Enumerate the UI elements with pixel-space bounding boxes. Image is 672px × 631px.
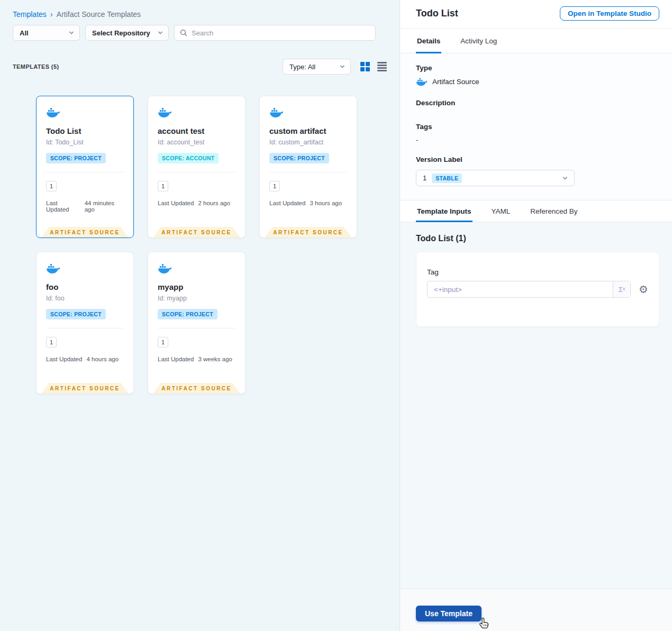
card-divider xyxy=(158,328,235,328)
template-card-title: account test xyxy=(158,126,235,135)
list-view-icon[interactable] xyxy=(377,62,387,71)
template-card-todo-list[interactable]: Todo List Id: Todo_List SCOPE: PROJECT 1… xyxy=(36,96,134,238)
scope-filter-dropdown[interactable]: All xyxy=(13,25,80,41)
artifact-source-ribbon: ARTIFACT SOURCE xyxy=(265,227,352,237)
template-card-id: Id: Todo_List xyxy=(46,139,124,146)
artifact-source-ribbon: ARTIFACT SOURCE xyxy=(41,227,129,237)
template-card-id: Id: account_test xyxy=(158,139,235,146)
expression-toggle-icon[interactable]: Σˣ xyxy=(613,281,630,297)
breadcrumb-separator-icon: › xyxy=(50,10,53,19)
tag-label: Tag xyxy=(427,268,648,276)
tab-details[interactable]: Details xyxy=(416,29,441,53)
breadcrumb-templates-link[interactable]: Templates xyxy=(13,10,47,19)
chevron-down-icon xyxy=(158,30,163,35)
version-count-box: 1 xyxy=(158,181,168,191)
docker-icon xyxy=(158,263,172,274)
chevron-down-icon xyxy=(562,176,568,181)
filter-bar: All Select Repository xyxy=(0,19,399,41)
template-card-title: myapp xyxy=(158,282,235,291)
version-label: Version Label xyxy=(416,156,656,163)
chevron-down-icon xyxy=(340,64,345,69)
repository-filter-dropdown[interactable]: Select Repository xyxy=(85,25,169,41)
chevron-down-icon xyxy=(69,30,74,35)
tab-yaml[interactable]: YAML xyxy=(491,200,512,222)
template-card-title: foo xyxy=(46,282,124,291)
open-in-template-studio-button[interactable]: Open in Template Studio xyxy=(560,6,659,21)
panel-footer: Use Template xyxy=(400,588,672,631)
tag-input[interactable] xyxy=(428,281,613,297)
artifact-source-ribbon: ARTIFACT SOURCE xyxy=(153,227,240,237)
description-label: Description xyxy=(416,99,656,107)
use-template-button[interactable]: Use Template xyxy=(416,606,482,621)
panel-title: Todo List xyxy=(416,8,458,19)
grid-view-icon[interactable] xyxy=(360,62,370,71)
type-label: Type xyxy=(416,64,656,72)
card-divider xyxy=(46,328,124,328)
search-icon xyxy=(180,29,187,36)
tab-activity-log[interactable]: Activity Log xyxy=(459,29,498,53)
card-divider xyxy=(269,172,347,172)
card-divider xyxy=(46,172,124,172)
tags-label: Tags xyxy=(416,123,656,131)
last-updated: Last Updated3 weeks ago xyxy=(158,356,235,362)
template-content-tabs: Template Inputs YAML Referenced By xyxy=(400,200,672,222)
scope-badge: SCOPE: PROJECT xyxy=(158,309,217,319)
scope-filter-value: All xyxy=(20,29,29,37)
scope-badge: SCOPE: PROJECT xyxy=(46,153,106,163)
template-card-myapp[interactable]: myapp Id: myapp SCOPE: PROJECT 1 Last Up… xyxy=(148,252,246,394)
tags-value: - xyxy=(416,136,656,144)
scope-badge: SCOPE: ACCOUNT xyxy=(158,153,219,163)
docker-icon xyxy=(269,107,284,118)
templates-list-panel: Templates › Artifact Source Templates Al… xyxy=(0,0,399,631)
stable-badge: STABLE xyxy=(432,173,462,183)
last-updated: Last Updated44 minutes ago xyxy=(46,200,124,213)
tag-input-card: Tag Σˣ ⚙ xyxy=(416,252,659,327)
version-count-box: 1 xyxy=(46,181,57,191)
template-card-title: Todo List xyxy=(46,126,124,135)
last-updated: Last Updated3 hours ago xyxy=(269,200,347,206)
artifact-source-ribbon: ARTIFACT SOURCE xyxy=(153,383,240,394)
type-value: Artifact Source xyxy=(416,77,656,86)
docker-icon xyxy=(46,263,60,274)
template-card-account-test[interactable]: account test Id: account_test SCOPE: ACC… xyxy=(148,96,246,238)
list-header: TEMPLATES (5) Type: All xyxy=(0,41,399,75)
template-card-id: Id: foo xyxy=(46,295,124,302)
panel-header: Todo List Open in Template Studio xyxy=(400,0,672,29)
template-inputs-section: Todo List (1) Tag Σˣ ⚙ xyxy=(400,222,672,588)
scope-badge: SCOPE: PROJECT xyxy=(269,153,329,163)
tag-input-wrap: Σˣ xyxy=(427,281,631,298)
view-toggle xyxy=(360,62,387,71)
version-number: 1 xyxy=(423,174,426,182)
details-tabs: Details Activity Log xyxy=(400,29,672,53)
gear-icon[interactable]: ⚙ xyxy=(639,284,648,295)
docker-icon xyxy=(416,77,428,86)
version-count-box: 1 xyxy=(269,181,280,191)
docker-icon xyxy=(158,107,172,118)
version-count-box: 1 xyxy=(46,337,57,347)
inputs-heading: Todo List (1) xyxy=(416,234,659,243)
tab-referenced-by[interactable]: Referenced By xyxy=(529,200,578,222)
type-filter-value: Type: All xyxy=(289,63,315,71)
template-card-foo[interactable]: foo Id: foo SCOPE: PROJECT 1 Last Update… xyxy=(36,252,134,394)
breadcrumb-current-page: Artifact Source Templates xyxy=(57,10,141,19)
details-section: Type Artifact Source Description Tags - … xyxy=(400,53,672,200)
last-updated: Last Updated2 hours ago xyxy=(158,200,235,206)
repository-filter-value: Select Repository xyxy=(92,29,150,37)
search-input[interactable] xyxy=(192,29,370,37)
card-divider xyxy=(158,172,235,172)
search-field[interactable] xyxy=(174,25,376,41)
template-cards-grid: Todo List Id: Todo_List SCOPE: PROJECT 1… xyxy=(36,96,399,394)
last-updated: Last Updated4 hours ago xyxy=(46,356,124,362)
artifact-source-ribbon: ARTIFACT SOURCE xyxy=(41,383,129,394)
template-card-id: Id: custom_artifact xyxy=(269,139,347,146)
version-count-box: 1 xyxy=(158,337,168,347)
version-select-dropdown[interactable]: 1 STABLE xyxy=(416,170,575,186)
scope-badge: SCOPE: PROJECT xyxy=(46,309,106,319)
template-card-id: Id: myapp xyxy=(158,295,235,302)
template-card-custom-artifact[interactable]: custom artifact Id: custom_artifact SCOP… xyxy=(259,96,357,238)
template-details-panel: Todo List Open in Template Studio Detail… xyxy=(399,0,672,631)
tab-template-inputs[interactable]: Template Inputs xyxy=(416,200,473,222)
docker-icon xyxy=(46,107,60,118)
type-filter-dropdown[interactable]: Type: All xyxy=(283,59,351,75)
breadcrumb: Templates › Artifact Source Templates xyxy=(0,0,399,19)
